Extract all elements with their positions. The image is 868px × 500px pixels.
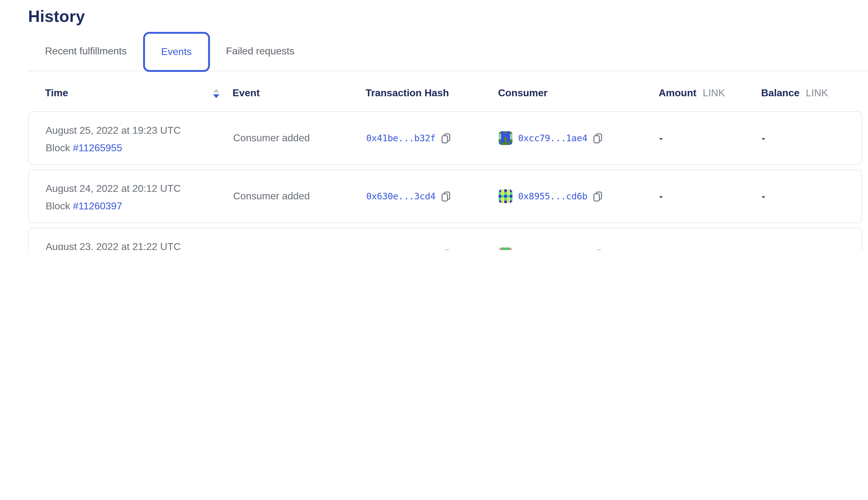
block-number-link[interactable]: #11260397 (73, 201, 122, 211)
consumer-address-link[interactable]: 0xcc79...1ae4 (518, 133, 587, 143)
consumer-cell: 0x8955...cd6b (499, 189, 659, 203)
sort-desc-icon (213, 94, 219, 98)
copy-icon[interactable] (441, 133, 450, 144)
row-timestamp: August 23, 2022 at 21:22 UTC (46, 241, 233, 250)
sort-asc-icon (213, 89, 219, 92)
transaction-hash-link[interactable]: 0x2b9e...e85d (366, 249, 436, 250)
tab-bar: Recent fulfillments Events Failed reques… (44, 32, 868, 71)
balance-value: - (762, 249, 862, 250)
consumer-address-link[interactable]: 0x8955...cd6b (518, 191, 587, 201)
amount-value: - (659, 191, 762, 202)
column-header-consumer[interactable]: Consumer (498, 88, 659, 99)
consumer-avatar-icon (499, 248, 512, 250)
consumer-address-link[interactable]: 0xd8ac...f052 (518, 249, 587, 250)
tab-recent-fulfillments[interactable]: Recent fulfillments (44, 32, 128, 71)
block-label: Block (46, 143, 70, 153)
tab-failed-requests[interactable]: Failed requests (225, 32, 296, 71)
table-row: August 23, 2022 at 21:22 UTC Block #1125… (28, 227, 863, 250)
amount-label: Amount (659, 88, 696, 99)
sort-indicator[interactable] (213, 89, 219, 98)
transaction-hash-link[interactable]: 0x41be...b32f (366, 133, 436, 143)
balance-unit-label: LINK (806, 88, 828, 99)
tab-events[interactable]: Events (143, 32, 210, 72)
block-number-link[interactable]: #11265955 (73, 143, 122, 153)
copy-icon[interactable] (593, 133, 602, 144)
transaction-hash-cell: 0x2b9e...e85d (366, 249, 499, 250)
column-header-event[interactable]: Event (232, 88, 366, 99)
copy-icon[interactable] (441, 249, 450, 250)
column-header-transaction-hash[interactable]: Transaction Hash (366, 88, 498, 99)
time-cell: August 23, 2022 at 21:22 UTC Block #1125… (46, 228, 233, 250)
transaction-hash-link[interactable]: 0x630e...3cd4 (366, 191, 436, 201)
copy-icon[interactable] (593, 249, 602, 250)
time-cell: August 25, 2022 at 19:23 UTC Block #1126… (46, 112, 233, 164)
transaction-hash-cell: 0x630e...3cd4 (366, 191, 499, 202)
amount-unit-label: LINK (703, 88, 725, 99)
transaction-hash-cell: 0x41be...b32f (366, 133, 499, 144)
event-type: Consumer added (233, 133, 366, 144)
consumer-cell: 0xd8ac...f052 (499, 248, 659, 250)
table-header: Time Event Transaction Hash Consumer Amo… (45, 88, 863, 99)
column-header-time[interactable]: Time (45, 88, 68, 99)
consumer-cell: 0xcc79...1ae4 (499, 131, 659, 145)
column-header-balance[interactable]: Balance LINK (761, 88, 863, 99)
amount-value: - (659, 133, 762, 144)
table-row: August 25, 2022 at 19:23 UTC Block #1126… (28, 111, 863, 165)
block-label: Block (46, 201, 70, 211)
row-timestamp: August 25, 2022 at 19:23 UTC (46, 125, 233, 136)
event-type: Consumer added (233, 191, 366, 202)
consumer-avatar-icon (499, 131, 512, 145)
column-header-amount[interactable]: Amount LINK (659, 88, 761, 99)
consumer-avatar-icon (499, 189, 512, 203)
event-rows: August 25, 2022 at 19:23 UTC Block #1126… (28, 111, 863, 250)
time-cell: August 24, 2022 at 20:12 UTC Block #1126… (46, 170, 233, 223)
balance-value: - (762, 191, 862, 202)
page-title: History (28, 5, 868, 27)
history-panel: History Recent fulfillments Events Faile… (0, 0, 868, 250)
balance-label: Balance (761, 88, 800, 99)
row-timestamp: August 24, 2022 at 20:12 UTC (46, 183, 233, 194)
copy-icon[interactable] (593, 191, 602, 202)
amount-value: - (659, 249, 762, 250)
copy-icon[interactable] (441, 191, 450, 202)
event-type: Consumer added (233, 249, 366, 250)
balance-value: - (762, 133, 862, 144)
table-row: August 24, 2022 at 20:12 UTC Block #1126… (28, 169, 863, 223)
